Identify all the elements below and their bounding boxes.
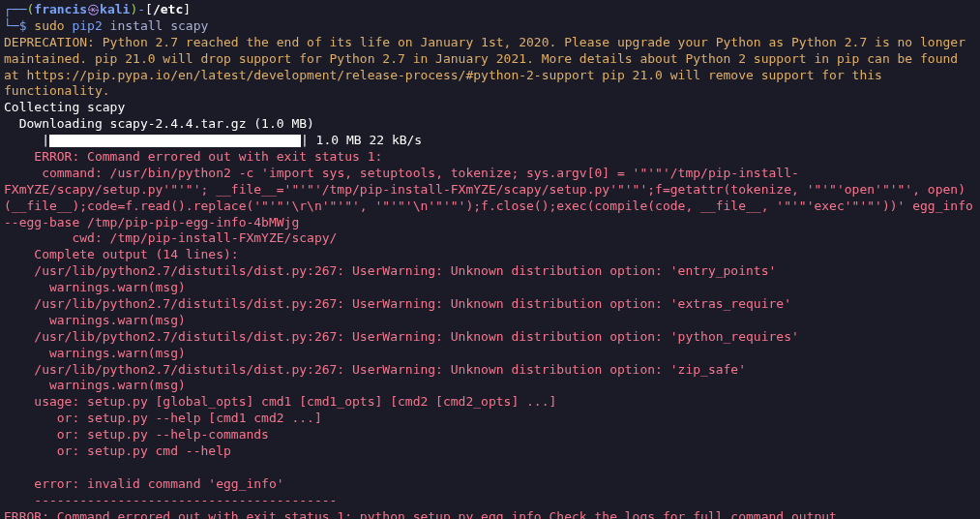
complete-output: Complete output (14 lines): <box>4 247 976 263</box>
warning-7: warnings.warn(msg) <box>4 378 976 394</box>
terminal-output: ┌──(francis㉿kali)-[/etc] └─$ sudo pip2 i… <box>4 2 976 519</box>
error-command: command: /usr/bin/python2 -c 'import sys… <box>4 166 976 231</box>
downloading-line: Downloading scapy-2.4.4.tar.gz (1.0 MB) <box>4 116 976 133</box>
deprecation-warning: DEPRECATION: Python 2.7 reached the end … <box>4 35 976 101</box>
command-args: install scapy <box>110 18 209 33</box>
usage-2: or: setup.py --help-commands <box>4 427 976 443</box>
error-header: ERROR: Command errored out with exit sta… <box>4 149 976 166</box>
invalid-command: error: invalid command 'egg_info' <box>4 476 976 493</box>
warning-0: /usr/lib/python2.7/distutils/dist.py:267… <box>4 263 976 280</box>
prompt-line-1: ┌──(francis㉿kali)-[/etc] <box>4 2 976 18</box>
usage-3: or: setup.py cmd --help <box>4 443 976 460</box>
prompt-line-2[interactable]: └─$ sudo pip2 install scapy <box>4 18 976 35</box>
dashes-line: ---------------------------------------- <box>4 493 976 509</box>
usage-1: or: setup.py --help [cmd1 cmd2 ...] <box>4 411 976 427</box>
warning-2: /usr/lib/python2.7/distutils/dist.py:267… <box>4 296 976 313</box>
error-cwd: cwd: /tmp/pip-install-FXmYZE/scapy/ <box>4 230 976 247</box>
warning-5: warnings.warn(msg) <box>4 346 976 362</box>
warning-4: /usr/lib/python2.7/distutils/dist.py:267… <box>4 329 976 346</box>
progress-bar <box>49 135 301 147</box>
blank-line <box>4 460 976 476</box>
warning-6: /usr/lib/python2.7/distutils/dist.py:267… <box>4 362 976 379</box>
usage-0: usage: setup.py [global_opts] cmd1 [cmd1… <box>4 394 976 411</box>
collecting-line: Collecting scapy <box>4 100 976 116</box>
warning-3: warnings.warn(msg) <box>4 313 976 329</box>
final-error: ERROR: Command errored out with exit sta… <box>4 509 976 519</box>
progress-line: || 1.0 MB 22 kB/s <box>4 133 976 149</box>
command-sudo: sudo <box>34 18 64 33</box>
command-pip: pip2 <box>72 18 102 33</box>
warning-1: warnings.warn(msg) <box>4 280 976 296</box>
